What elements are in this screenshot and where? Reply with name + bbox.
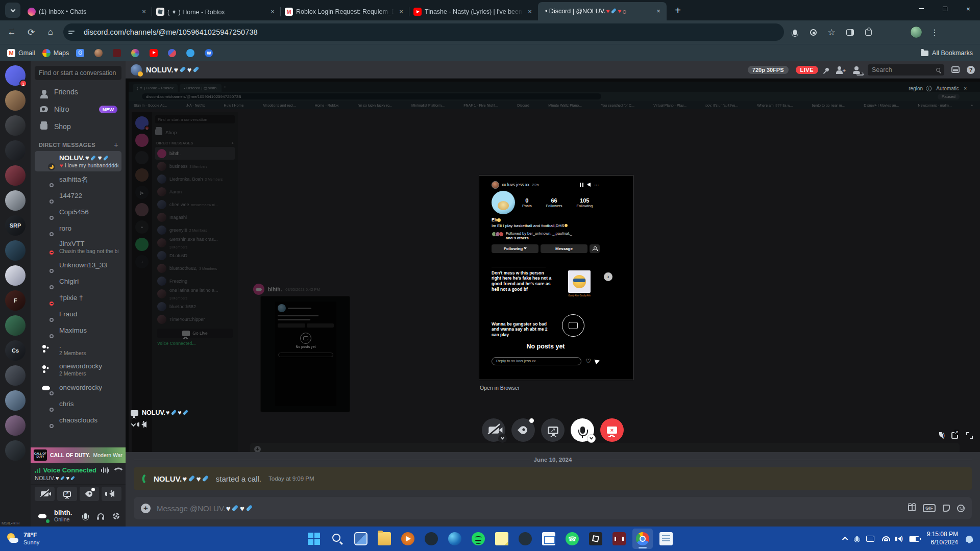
dm-list-item[interactable]: chris bbox=[35, 396, 121, 412]
server-icon[interactable] bbox=[5, 390, 26, 411]
pinned-messages-icon[interactable] bbox=[825, 67, 830, 72]
dm-list-item[interactable]: Copi5456 bbox=[35, 204, 121, 220]
sidebar-item-nitro[interactable]: Nitro NEW bbox=[35, 101, 121, 118]
collapse-stream-chevron[interactable] bbox=[131, 421, 136, 427]
mic-icon[interactable] bbox=[80, 510, 91, 521]
tab-close-icon[interactable]: × bbox=[268, 8, 277, 16]
activities-button[interactable] bbox=[511, 418, 535, 442]
bookmark-item[interactable] bbox=[168, 49, 179, 57]
upload-plus-icon[interactable]: + bbox=[141, 504, 151, 513]
taskbar-app-icon[interactable] bbox=[421, 529, 442, 549]
taskbar-app-icon[interactable] bbox=[562, 529, 582, 549]
address-bar[interactable]: discord.com/channels/@me/105964102594725… bbox=[63, 23, 784, 41]
sidebar-item-shop[interactable]: Shop bbox=[35, 118, 121, 135]
add-friend-to-dm-icon[interactable]: + bbox=[836, 66, 845, 73]
open-in-browser-link[interactable]: Open in Browser bbox=[480, 385, 520, 391]
browser-tab[interactable]: • Discord | @NOLUV.♥♥ × bbox=[538, 2, 667, 20]
dm-list-item[interactable]: Fraud bbox=[35, 306, 121, 322]
server-icon[interactable]: Cs bbox=[5, 340, 26, 361]
notifications-bell-icon[interactable] bbox=[966, 536, 973, 542]
taskbar-app-icon[interactable] bbox=[515, 529, 535, 549]
camera-button[interactable] bbox=[35, 487, 55, 501]
browser-tab[interactable]: (1) Inbox • Chats × bbox=[23, 3, 152, 20]
tray-touchpad-icon[interactable] bbox=[866, 536, 874, 542]
taskbar-app-icon[interactable] bbox=[304, 529, 324, 549]
all-bookmarks-button[interactable]: All Bookmarks bbox=[921, 44, 973, 62]
user-profile-icon[interactable] bbox=[852, 66, 861, 73]
tab-close-icon[interactable]: × bbox=[654, 7, 663, 15]
tray-microphone-icon[interactable] bbox=[855, 536, 859, 541]
inbox-icon[interactable] bbox=[951, 66, 960, 73]
server-icon[interactable]: 1 bbox=[5, 65, 26, 86]
taskbar-app-icon[interactable] bbox=[398, 529, 418, 549]
share-screen-button[interactable] bbox=[541, 418, 565, 442]
help-icon[interactable]: ? bbox=[967, 66, 975, 74]
taskbar-app-icon[interactable] bbox=[585, 529, 606, 549]
taskbar-app-icon[interactable] bbox=[468, 529, 488, 549]
settings-gear-icon[interactable] bbox=[110, 510, 121, 521]
server-icon[interactable] bbox=[5, 140, 26, 161]
lens-icon[interactable] bbox=[805, 24, 821, 40]
taskbar-app-icon[interactable] bbox=[445, 529, 465, 549]
volume-icon[interactable] bbox=[898, 536, 901, 541]
activities-button[interactable] bbox=[80, 487, 100, 501]
dm-partner-avatar[interactable] bbox=[131, 64, 142, 76]
taskbar-app-icon[interactable] bbox=[374, 529, 395, 549]
tab-close-icon[interactable]: × bbox=[526, 8, 534, 16]
conversation-search-button[interactable]: Find or start a conversation bbox=[35, 66, 121, 80]
tab-search-button[interactable] bbox=[5, 3, 20, 18]
dm-list-item[interactable]: JinxVTT Chasin the bag not the bitches bbox=[35, 237, 121, 257]
emoji-icon[interactable] bbox=[957, 505, 965, 512]
taskbar-app-icon[interactable] bbox=[656, 529, 676, 549]
dm-list-item[interactable]: 144722 bbox=[35, 188, 121, 204]
window-minimize-button[interactable] bbox=[910, 0, 933, 17]
sticker-icon[interactable] bbox=[943, 505, 950, 512]
tray-chevron-icon[interactable] bbox=[842, 537, 848, 542]
profile-avatar[interactable] bbox=[909, 24, 924, 40]
headphones-icon[interactable] bbox=[95, 510, 106, 521]
dm-list-item[interactable]: roro bbox=[35, 220, 121, 237]
window-maximize-button[interactable] bbox=[933, 0, 957, 17]
region-close-icon[interactable]: × bbox=[964, 86, 967, 91]
message-input[interactable]: + Message @NOLUV.♥♥ GIF bbox=[134, 497, 972, 519]
bookmark-item[interactable] bbox=[205, 49, 216, 57]
dm-list-item[interactable]: †pixie † bbox=[35, 290, 121, 306]
taskbar-app-icon[interactable] bbox=[538, 529, 559, 549]
side-panel-icon[interactable] bbox=[842, 24, 857, 40]
extensions-icon[interactable] bbox=[861, 24, 876, 40]
activity-banner[interactable]: CALL OF DUTY CALL OF DUTY. Modern Warfar… bbox=[31, 447, 126, 463]
server-icon[interactable] bbox=[5, 165, 26, 186]
popout-icon[interactable] bbox=[951, 432, 958, 439]
weather-widget[interactable]: 78°F Sunny bbox=[0, 527, 45, 551]
dm-list-item[interactable]: . 2 Members bbox=[35, 339, 121, 359]
user-avatar[interactable] bbox=[35, 508, 50, 523]
browser-menu-icon[interactable]: ⋮ bbox=[927, 24, 942, 40]
search-input[interactable]: Search bbox=[868, 64, 944, 76]
reload-button[interactable]: ⟳ bbox=[23, 24, 39, 40]
server-icon[interactable] bbox=[5, 115, 26, 136]
noise-suppression-icon[interactable] bbox=[101, 467, 109, 473]
server-icon[interactable]: SRP bbox=[5, 215, 26, 236]
dm-list-item[interactable]: Chigiri bbox=[35, 273, 121, 290]
dm-list-item[interactable]: NOLUV.♥♥ ♥ i love my hunbanddddd bbox=[35, 151, 121, 171]
dm-list-item[interactable]: Maximus bbox=[35, 322, 121, 339]
create-dm-icon[interactable]: + bbox=[114, 140, 118, 149]
dm-list-item[interactable]: saihitta名 bbox=[35, 171, 121, 188]
bookmark-item[interactable] bbox=[186, 49, 198, 57]
tab-close-icon[interactable]: × bbox=[397, 8, 405, 16]
gift-icon[interactable] bbox=[908, 505, 916, 511]
new-tab-button[interactable]: + bbox=[671, 4, 685, 18]
dm-list-item[interactable]: Unknown13_33 bbox=[35, 257, 121, 273]
screen-share-button[interactable] bbox=[57, 487, 77, 501]
bookmark-item[interactable] bbox=[150, 49, 161, 57]
battery-icon[interactable] bbox=[909, 536, 919, 542]
taskbar-app-icon[interactable] bbox=[327, 529, 348, 549]
bookmark-item[interactable] bbox=[113, 49, 124, 57]
server-icon[interactable] bbox=[5, 265, 26, 286]
taskbar-app-icon[interactable] bbox=[492, 529, 512, 549]
browser-tab[interactable]: Tinashe - Nasty (Lyrics) | i've been a × bbox=[409, 3, 538, 20]
bookmark-item[interactable] bbox=[131, 49, 142, 57]
sidebar-item-friends[interactable]: Friends bbox=[35, 83, 121, 101]
server-icon[interactable] bbox=[5, 315, 26, 336]
bookmark-item[interactable] bbox=[76, 49, 87, 57]
